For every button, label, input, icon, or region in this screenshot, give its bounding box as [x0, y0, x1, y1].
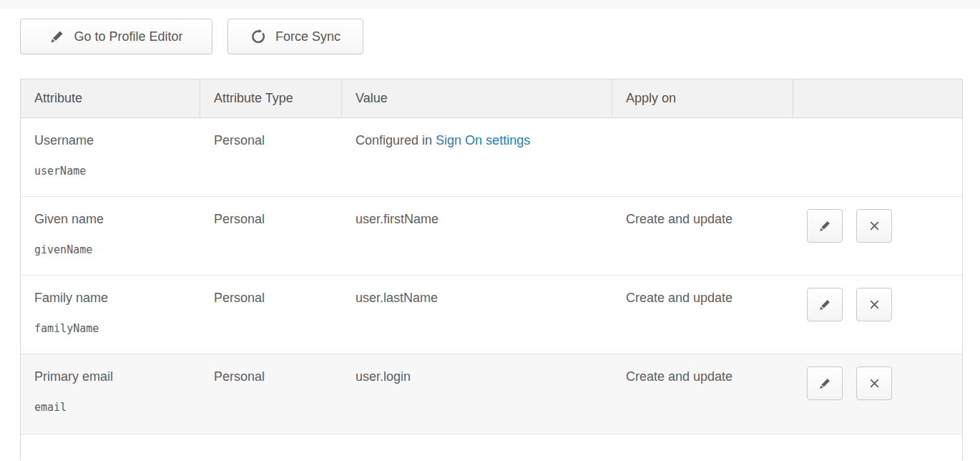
table-row-partial	[21, 435, 962, 460]
x-icon	[868, 377, 881, 389]
value-cell: Configured inSign On settings	[342, 118, 612, 196]
attribute-label: Primary email	[34, 369, 193, 384]
x-icon	[868, 220, 881, 232]
value-text: Configured in	[356, 133, 432, 147]
value-cell: user.login	[342, 354, 612, 434]
attribute-name: givenName	[34, 242, 193, 258]
attribute-name: familyName	[34, 321, 193, 336]
attribute-label: Username	[34, 132, 193, 148]
apply-on-cell: Create and update	[612, 197, 793, 275]
actions-cell	[793, 276, 962, 354]
table-row: Primary email email Personal user.login …	[21, 354, 962, 435]
remove-attribute-button[interactable]	[856, 367, 892, 400]
edit-attribute-button[interactable]	[807, 288, 843, 321]
attribute-cell: Family name familyName	[21, 276, 200, 354]
attribute-type-cell: Personal	[200, 354, 342, 434]
attribute-cell: Given name givenName	[21, 197, 200, 275]
attribute-name: userName	[34, 163, 193, 179]
apply-on-cell: Create and update	[612, 276, 793, 354]
pencil-icon	[818, 377, 831, 390]
button-label: Go to Profile Editor	[74, 29, 182, 44]
pencil-icon	[818, 299, 831, 311]
x-icon	[868, 299, 881, 311]
pencil-icon	[818, 220, 831, 233]
top-strip	[0, 0, 980, 9]
force-sync-button[interactable]: Force Sync	[227, 19, 363, 54]
column-header-apply-on: Apply on	[612, 79, 793, 117]
apply-on-cell: Create and update	[612, 354, 793, 434]
go-to-profile-editor-button[interactable]: Go to Profile Editor	[20, 19, 212, 54]
edit-attribute-button[interactable]	[807, 367, 843, 400]
button-label: Force Sync	[275, 29, 340, 44]
table-header: Attribute Attribute Type Value Apply on	[21, 79, 962, 118]
attribute-cell: Primary email email	[21, 354, 200, 434]
pencil-icon	[49, 29, 64, 44]
remove-attribute-button[interactable]	[856, 288, 892, 321]
column-header-attribute-type: Attribute Type	[200, 79, 342, 117]
edit-attribute-button[interactable]	[807, 209, 843, 243]
attribute-label: Family name	[34, 290, 193, 306]
actions-cell	[793, 197, 962, 275]
column-header-actions	[793, 79, 962, 117]
attribute-type-cell: Personal	[200, 197, 342, 275]
apply-on-cell	[612, 118, 793, 196]
attribute-cell: Username userName	[21, 118, 200, 196]
actions-cell	[793, 118, 962, 196]
table-row: Given name givenName Personal user.first…	[21, 197, 962, 276]
table-row: Username userName Personal Configured in…	[21, 118, 962, 197]
attribute-mapping-table: Attribute Attribute Type Value Apply on …	[20, 79, 963, 460]
attribute-type-cell: Personal	[200, 118, 342, 196]
sign-on-settings-link[interactable]: Sign On settings	[436, 133, 530, 147]
actions-cell	[793, 354, 962, 434]
attribute-type-cell: Personal	[200, 276, 342, 354]
toolbar: Go to Profile Editor Force Sync	[20, 19, 980, 54]
column-header-attribute: Attribute	[21, 79, 200, 117]
table-row: Family name familyName Personal user.las…	[21, 276, 962, 354]
remove-attribute-button[interactable]	[856, 209, 892, 243]
value-cell: user.lastName	[342, 276, 612, 354]
attribute-label: Given name	[34, 211, 193, 227]
refresh-icon	[250, 29, 266, 44]
attribute-name: email	[34, 399, 193, 415]
value-cell: user.firstName	[342, 197, 612, 275]
column-header-value: Value	[342, 79, 612, 117]
